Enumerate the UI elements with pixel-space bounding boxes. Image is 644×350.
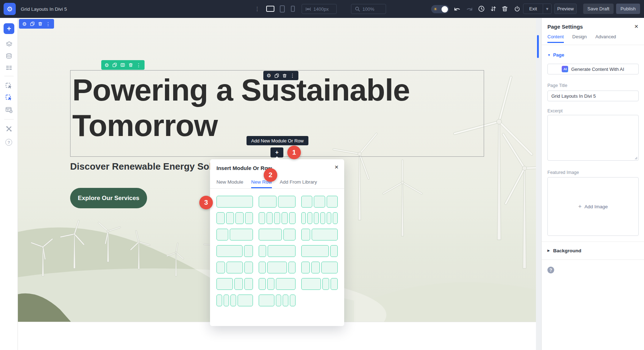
sort-order-button[interactable] xyxy=(490,5,498,13)
tab-add-from-library[interactable]: Add From Library xyxy=(280,176,317,188)
generate-content-ai-button[interactable]: AI Generate Content With AI xyxy=(547,64,639,74)
duplicate-icon[interactable] xyxy=(112,63,117,67)
save-draft-button[interactable]: Save Draft xyxy=(583,4,614,14)
undo-button[interactable] xyxy=(454,5,462,13)
divi-logo-gear-button[interactable]: ⚙ xyxy=(4,3,16,15)
layout-cell xyxy=(321,262,338,273)
tab-new-module[interactable]: New Module xyxy=(216,176,243,188)
preview-button[interactable]: Preview xyxy=(554,4,577,14)
help-button[interactable]: ? xyxy=(5,139,12,146)
layout-cell xyxy=(234,278,243,290)
excerpt-textarea[interactable] xyxy=(547,115,639,161)
columns-icon[interactable] xyxy=(120,63,125,67)
row-layout-option[interactable] xyxy=(259,278,295,290)
page-settings-button[interactable] xyxy=(4,104,14,115)
row-layout-option[interactable] xyxy=(216,278,253,290)
magnifier-icon xyxy=(355,6,360,11)
layout-cell xyxy=(259,196,276,208)
exit-caret-button[interactable]: ▾ xyxy=(543,4,552,14)
tab-advanced[interactable]: Advanced xyxy=(595,34,616,43)
section-toolbar-blue[interactable]: ⚙ ⋮ xyxy=(19,19,54,29)
layers-panel-button[interactable] xyxy=(4,39,14,49)
desktop-view-button[interactable] xyxy=(266,6,274,12)
gear-icon[interactable]: ⚙ xyxy=(267,73,271,78)
row-toolbar-green[interactable]: ⚙ ⋮ xyxy=(101,60,145,70)
background-section-toggle[interactable]: ▶ Background xyxy=(542,242,644,259)
row-layout-option[interactable] xyxy=(216,229,253,240)
light-dark-mode-toggle[interactable]: ☀ xyxy=(431,5,449,13)
row-layout-option[interactable] xyxy=(216,245,253,257)
trash-button[interactable] xyxy=(502,5,509,13)
row-layout-option[interactable] xyxy=(216,196,253,208)
page-title-input[interactable] xyxy=(547,91,639,101)
close-icon[interactable]: × xyxy=(634,23,638,30)
add-image-dropzone[interactable]: + Add Image xyxy=(547,177,639,236)
row-layout-option[interactable] xyxy=(259,262,295,273)
layout-cell xyxy=(259,295,274,306)
gear-icon[interactable]: ⚙ xyxy=(22,21,27,26)
publish-button[interactable]: Publish xyxy=(616,4,640,14)
phone-view-button[interactable] xyxy=(291,6,295,12)
row-layout-option[interactable] xyxy=(259,229,295,240)
row-layout-option[interactable] xyxy=(259,245,295,257)
duplicate-icon[interactable] xyxy=(30,21,35,26)
row-layout-option[interactable] xyxy=(216,262,253,273)
duplicate-icon[interactable] xyxy=(274,73,279,78)
layout-cell xyxy=(314,196,325,208)
gear-icon[interactable]: ⚙ xyxy=(104,63,109,68)
more-options-icon[interactable]: ⋮ xyxy=(136,63,141,68)
sort-arrows-icon xyxy=(490,5,497,12)
layers-icon xyxy=(5,41,13,47)
more-options-icon[interactable]: ⋮ xyxy=(255,5,260,13)
excerpt-label: Excerpt xyxy=(547,108,562,113)
page-section-toggle[interactable]: ▼ Page xyxy=(547,52,564,58)
layout-cell xyxy=(301,278,321,290)
toggle-knob xyxy=(441,6,448,13)
layout-cell xyxy=(290,295,296,306)
row-layout-option[interactable] xyxy=(259,212,295,224)
tablet-view-button[interactable] xyxy=(280,5,285,13)
row-layout-option[interactable] xyxy=(301,196,338,208)
trash-icon[interactable] xyxy=(38,21,43,26)
row-layout-option[interactable] xyxy=(301,212,338,224)
row-layout-option[interactable] xyxy=(301,229,338,240)
outline-panel-button[interactable] xyxy=(4,62,14,73)
canvas-width-input[interactable]: 1400px xyxy=(302,4,337,14)
row-layout-option[interactable] xyxy=(301,245,338,257)
explore-services-button[interactable]: Explore Our Services xyxy=(70,188,147,208)
tab-content[interactable]: Content xyxy=(547,34,564,43)
layout-cell xyxy=(216,196,253,208)
tools-button[interactable] xyxy=(4,123,14,134)
module-toolbar-dark[interactable]: ⚙ ⋮ xyxy=(263,71,298,80)
library-panel-button[interactable] xyxy=(4,50,14,61)
exit-button[interactable]: Exit xyxy=(523,4,543,14)
layout-cell xyxy=(268,245,295,257)
row-layout-option[interactable] xyxy=(216,295,253,306)
row-layout-option[interactable] xyxy=(259,196,295,208)
zoom-level-input[interactable]: 100% xyxy=(351,4,386,14)
more-options-icon[interactable]: ⋮ xyxy=(46,21,51,26)
add-element-button[interactable]: + xyxy=(4,23,14,34)
close-icon[interactable]: × xyxy=(335,164,338,170)
tab-design[interactable]: Design xyxy=(572,34,587,43)
more-options-icon[interactable]: ⋮ xyxy=(290,73,295,78)
hover-mode-button-active[interactable] xyxy=(4,92,14,103)
layout-cell xyxy=(301,245,329,257)
click-mode-button[interactable] xyxy=(4,80,14,91)
page-title-label: Page Title xyxy=(547,83,567,88)
canvas-scrollbar[interactable] xyxy=(537,35,539,58)
trash-icon[interactable] xyxy=(282,73,287,78)
layout-cell xyxy=(322,278,330,290)
sun-icon: ☀ xyxy=(433,6,438,12)
portability-button[interactable] xyxy=(514,5,522,13)
gear-icon: ⚙ xyxy=(6,5,13,13)
panel-help-button[interactable]: ? xyxy=(547,267,554,273)
row-layout-option[interactable] xyxy=(301,262,338,273)
add-module-plus-button[interactable]: + xyxy=(270,147,283,157)
row-layout-option[interactable] xyxy=(301,278,338,290)
row-layout-option[interactable] xyxy=(259,295,295,306)
history-button[interactable] xyxy=(478,5,486,13)
row-layout-option[interactable] xyxy=(216,212,253,224)
trash-icon[interactable] xyxy=(128,63,133,67)
redo-button[interactable] xyxy=(466,5,474,13)
